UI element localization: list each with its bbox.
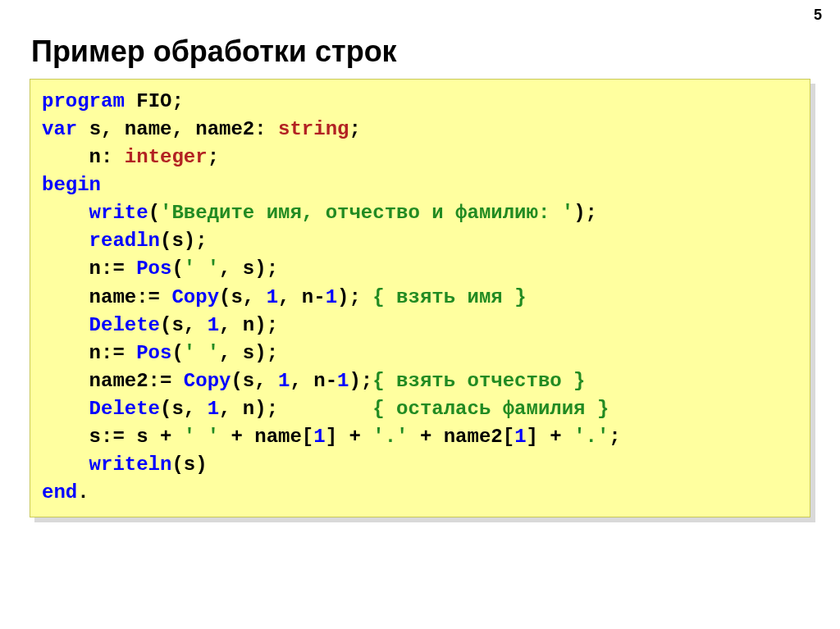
fn-delete: Delete	[89, 398, 160, 420]
kw-var: var	[42, 118, 77, 140]
fn-pos: Pos	[136, 258, 171, 280]
str-prompt: 'Введите имя, отчество и фамилию: '	[160, 202, 573, 224]
comment: { взять имя }	[372, 286, 526, 308]
code-box: program FIO; var s, name, name2: string;…	[30, 79, 810, 517]
id-fio: FIO	[136, 90, 171, 112]
fn-copy: Copy	[184, 370, 231, 392]
fn-delete: Delete	[89, 314, 160, 336]
fn-readln: readln	[89, 230, 160, 252]
kw-begin: begin	[42, 174, 101, 196]
page-title: Пример обработки строк	[31, 34, 397, 69]
kw-program: program	[42, 90, 125, 112]
type-integer: integer	[125, 146, 208, 168]
fn-writeln: writeln	[89, 454, 172, 476]
fn-write: write	[89, 202, 148, 224]
code-block: program FIO; var s, name, name2: string;…	[30, 79, 810, 517]
page-number: 5	[814, 7, 822, 24]
fn-pos: Pos	[136, 342, 171, 364]
comment: { взять отчество }	[372, 370, 585, 392]
comment: { осталась фамилия }	[372, 398, 609, 420]
fn-copy: Copy	[171, 286, 219, 308]
kw-end: end	[42, 481, 77, 504]
type-string: string	[278, 118, 349, 140]
